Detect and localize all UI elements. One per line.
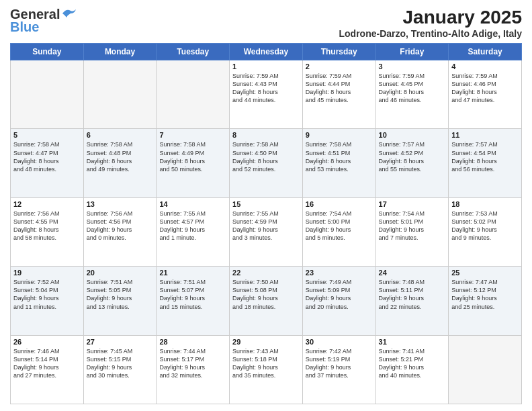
month-title: January 2025 (339, 7, 522, 28)
calendar-cell (449, 335, 522, 404)
cell-info: Sunrise: 7:55 AM Sunset: 4:59 PM Dayligh… (232, 210, 300, 242)
cell-info: Sunrise: 7:58 AM Sunset: 4:48 PM Dayligh… (87, 140, 154, 173)
day-number: 23 (306, 269, 373, 277)
day-number: 29 (232, 338, 300, 346)
day-number: 14 (159, 200, 226, 208)
day-number: 26 (13, 338, 81, 346)
day-number: 28 (159, 338, 226, 346)
day-number: 18 (451, 200, 519, 208)
calendar-cell: 4Sunrise: 7:59 AM Sunset: 4:46 PM Daylig… (449, 60, 522, 129)
day-header-monday: Monday (83, 44, 157, 60)
day-number: 31 (379, 338, 446, 346)
day-header-sunday: Sunday (11, 44, 84, 60)
cell-info: Sunrise: 7:59 AM Sunset: 4:46 PM Dayligh… (451, 72, 519, 105)
calendar-week-row: 19Sunrise: 7:52 AM Sunset: 5:04 PM Dayli… (11, 267, 522, 335)
calendar-cell: 23Sunrise: 7:49 AM Sunset: 5:09 PM Dayli… (302, 267, 375, 335)
day-number: 9 (306, 131, 373, 139)
calendar-cell: 8Sunrise: 7:58 AM Sunset: 4:50 PM Daylig… (230, 129, 303, 197)
cell-info: Sunrise: 7:51 AM Sunset: 5:05 PM Dayligh… (87, 278, 154, 311)
calendar-cell: 6Sunrise: 7:58 AM Sunset: 4:48 PM Daylig… (83, 129, 157, 197)
cell-info: Sunrise: 7:58 AM Sunset: 4:47 PM Dayligh… (13, 140, 81, 173)
cell-info: Sunrise: 7:55 AM Sunset: 4:57 PM Dayligh… (159, 210, 226, 242)
day-header-friday: Friday (375, 44, 449, 60)
calendar-cell: 2Sunrise: 7:59 AM Sunset: 4:44 PM Daylig… (302, 60, 375, 129)
day-number: 16 (306, 200, 373, 208)
cell-info: Sunrise: 7:59 AM Sunset: 4:43 PM Dayligh… (232, 72, 300, 105)
calendar-cell: 17Sunrise: 7:54 AM Sunset: 5:01 PM Dayli… (375, 197, 449, 266)
cell-info: Sunrise: 7:56 AM Sunset: 4:56 PM Dayligh… (87, 210, 154, 242)
location-title: Lodrone-Darzo, Trentino-Alto Adige, Ital… (339, 28, 522, 39)
day-number: 6 (87, 131, 154, 139)
day-header-saturday: Saturday (449, 44, 522, 60)
day-number: 24 (379, 269, 446, 277)
day-number: 17 (379, 200, 446, 208)
day-number: 10 (379, 131, 446, 139)
cell-info: Sunrise: 7:48 AM Sunset: 5:11 PM Dayligh… (379, 278, 446, 311)
calendar-cell: 10Sunrise: 7:57 AM Sunset: 4:52 PM Dayli… (375, 129, 449, 197)
cell-info: Sunrise: 7:44 AM Sunset: 5:17 PM Dayligh… (159, 347, 226, 380)
calendar-cell: 30Sunrise: 7:42 AM Sunset: 5:19 PM Dayli… (302, 335, 375, 404)
day-number: 21 (159, 269, 226, 277)
day-number: 2 (306, 62, 373, 71)
calendar-cell: 24Sunrise: 7:48 AM Sunset: 5:11 PM Dayli… (375, 267, 449, 335)
calendar-table: SundayMondayTuesdayWednesdayThursdayFrid… (10, 43, 522, 404)
day-number: 30 (306, 338, 373, 346)
calendar-cell (157, 60, 230, 129)
day-number: 27 (87, 338, 154, 346)
day-number: 4 (451, 62, 519, 71)
cell-info: Sunrise: 7:54 AM Sunset: 5:00 PM Dayligh… (306, 210, 373, 242)
page: General Blue January 2025 Lodrone-Darzo,… (0, 0, 532, 411)
logo-blue: Blue (10, 19, 39, 35)
calendar-cell: 11Sunrise: 7:57 AM Sunset: 4:54 PM Dayli… (449, 129, 522, 197)
cell-info: Sunrise: 7:46 AM Sunset: 5:14 PM Dayligh… (13, 347, 81, 380)
cell-info: Sunrise: 7:58 AM Sunset: 4:49 PM Dayligh… (159, 140, 226, 173)
cell-info: Sunrise: 7:57 AM Sunset: 4:54 PM Dayligh… (451, 140, 519, 173)
calendar-week-row: 5Sunrise: 7:58 AM Sunset: 4:47 PM Daylig… (11, 129, 522, 197)
calendar-cell: 9Sunrise: 7:58 AM Sunset: 4:51 PM Daylig… (302, 129, 375, 197)
calendar-cell: 26Sunrise: 7:46 AM Sunset: 5:14 PM Dayli… (11, 335, 84, 404)
calendar-week-row: 26Sunrise: 7:46 AM Sunset: 5:14 PM Dayli… (11, 335, 522, 404)
calendar-cell: 5Sunrise: 7:58 AM Sunset: 4:47 PM Daylig… (11, 129, 84, 197)
title-area: January 2025 Lodrone-Darzo, Trentino-Alt… (339, 7, 522, 39)
cell-info: Sunrise: 7:54 AM Sunset: 5:01 PM Dayligh… (379, 210, 446, 242)
cell-info: Sunrise: 7:43 AM Sunset: 5:18 PM Dayligh… (232, 347, 300, 380)
day-header-wednesday: Wednesday (230, 44, 303, 60)
calendar-week-row: 1Sunrise: 7:59 AM Sunset: 4:43 PM Daylig… (11, 60, 522, 129)
cell-info: Sunrise: 7:47 AM Sunset: 5:12 PM Dayligh… (451, 278, 519, 311)
day-number: 25 (451, 269, 519, 277)
calendar-header-row: SundayMondayTuesdayWednesdayThursdayFrid… (11, 44, 522, 60)
header: General Blue January 2025 Lodrone-Darzo,… (10, 7, 522, 39)
calendar-cell: 16Sunrise: 7:54 AM Sunset: 5:00 PM Dayli… (302, 197, 375, 266)
cell-info: Sunrise: 7:45 AM Sunset: 5:15 PM Dayligh… (87, 347, 154, 380)
cell-info: Sunrise: 7:51 AM Sunset: 5:07 PM Dayligh… (159, 278, 226, 311)
calendar-cell: 25Sunrise: 7:47 AM Sunset: 5:12 PM Dayli… (449, 267, 522, 335)
day-number: 1 (232, 62, 300, 71)
calendar-cell: 31Sunrise: 7:41 AM Sunset: 5:21 PM Dayli… (375, 335, 449, 404)
day-number: 11 (451, 131, 519, 139)
calendar-cell: 27Sunrise: 7:45 AM Sunset: 5:15 PM Dayli… (83, 335, 157, 404)
day-number: 13 (87, 200, 154, 208)
calendar-cell: 18Sunrise: 7:53 AM Sunset: 5:02 PM Dayli… (449, 197, 522, 266)
cell-info: Sunrise: 7:50 AM Sunset: 5:08 PM Dayligh… (232, 278, 300, 311)
cell-info: Sunrise: 7:58 AM Sunset: 4:50 PM Dayligh… (232, 140, 300, 173)
calendar-cell: 21Sunrise: 7:51 AM Sunset: 5:07 PM Dayli… (157, 267, 230, 335)
calendar-cell: 20Sunrise: 7:51 AM Sunset: 5:05 PM Dayli… (83, 267, 157, 335)
day-number: 19 (13, 269, 81, 277)
calendar-cell: 1Sunrise: 7:59 AM Sunset: 4:43 PM Daylig… (230, 60, 303, 129)
calendar-cell: 29Sunrise: 7:43 AM Sunset: 5:18 PM Dayli… (230, 335, 303, 404)
cell-info: Sunrise: 7:59 AM Sunset: 4:45 PM Dayligh… (379, 72, 446, 105)
day-header-tuesday: Tuesday (157, 44, 230, 60)
calendar-cell: 7Sunrise: 7:58 AM Sunset: 4:49 PM Daylig… (157, 129, 230, 197)
day-number: 12 (13, 200, 81, 208)
day-number: 8 (232, 131, 300, 139)
cell-info: Sunrise: 7:41 AM Sunset: 5:21 PM Dayligh… (379, 347, 446, 380)
cell-info: Sunrise: 7:58 AM Sunset: 4:51 PM Dayligh… (306, 140, 373, 173)
cell-info: Sunrise: 7:53 AM Sunset: 5:02 PM Dayligh… (451, 210, 519, 242)
calendar-cell: 3Sunrise: 7:59 AM Sunset: 4:45 PM Daylig… (375, 60, 449, 129)
day-number: 7 (159, 131, 226, 139)
cell-info: Sunrise: 7:42 AM Sunset: 5:19 PM Dayligh… (306, 347, 373, 380)
calendar-cell: 28Sunrise: 7:44 AM Sunset: 5:17 PM Dayli… (157, 335, 230, 404)
cell-info: Sunrise: 7:56 AM Sunset: 4:55 PM Dayligh… (13, 210, 81, 242)
day-number: 15 (232, 200, 300, 208)
day-number: 5 (13, 131, 81, 139)
